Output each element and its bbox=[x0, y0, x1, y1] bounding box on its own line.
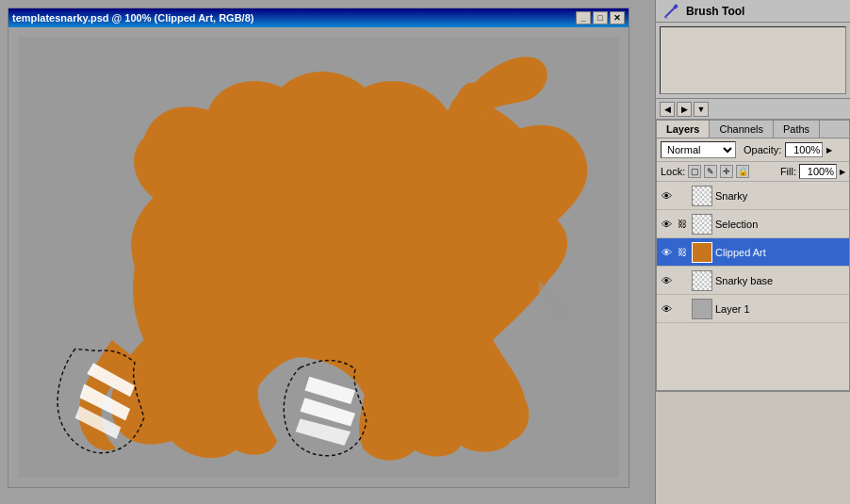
layer-name-snarky-base: Snarky base bbox=[715, 275, 846, 286]
layer-name-selection: Selection bbox=[715, 219, 846, 230]
layer-eye-snarky[interactable]: 👁 bbox=[660, 189, 673, 203]
opacity-input[interactable] bbox=[785, 142, 823, 157]
layer-thumb-snarky-base bbox=[692, 270, 712, 291]
canvas-content bbox=[18, 37, 619, 478]
layers-blend-row: Normal Multiply Screen Overlay Opacity: … bbox=[657, 138, 849, 162]
brush-tool-title: Brush Tool bbox=[686, 5, 744, 18]
layer-row-selection[interactable]: 👁 ⛓ Selection bbox=[657, 210, 849, 238]
layer-eye-snarky-base[interactable]: 👁 bbox=[660, 274, 673, 287]
layer-thumb-snarky bbox=[692, 186, 712, 206]
svg-line-1 bbox=[665, 8, 675, 17]
layer-row-layer1[interactable]: 👁 Layer 1 bbox=[657, 295, 849, 323]
brush-icon bbox=[662, 2, 680, 21]
layer-row-clipped-art[interactable]: 👁 ⛓ Clipped Art bbox=[657, 238, 849, 267]
panel-menu-button[interactable]: ▼ bbox=[694, 102, 709, 117]
tab-paths[interactable]: Paths bbox=[774, 121, 820, 138]
canvas-area: templatesnarky.psd @ 100% (Clipped Art, … bbox=[0, 0, 655, 504]
layer-link-layer1 bbox=[676, 302, 689, 316]
lock-pixel-button[interactable]: ▢ bbox=[688, 165, 701, 178]
layer-thumb-selection bbox=[692, 214, 712, 235]
layer-eye-layer1[interactable]: 👁 bbox=[660, 302, 673, 316]
minimize-button[interactable]: _ bbox=[576, 11, 591, 24]
lock-image-button[interactable]: ✎ bbox=[704, 165, 717, 178]
svg-line-3 bbox=[665, 17, 667, 19]
layer-row-snarky[interactable]: 👁 Snarky bbox=[657, 182, 849, 210]
right-panel: Brush Tool ◀ ▶ ▼ Layers Channels Paths N… bbox=[655, 0, 850, 504]
layer-link-snarky bbox=[676, 189, 689, 203]
fill-input[interactable] bbox=[799, 164, 837, 179]
panel-right-button[interactable]: ▶ bbox=[677, 102, 692, 117]
layer-name-snarky: Snarky bbox=[715, 190, 846, 202]
panel-controls-row: ◀ ▶ ▼ bbox=[656, 99, 850, 120]
fill-arrow[interactable]: ▶ bbox=[840, 168, 845, 176]
brush-preview-area bbox=[660, 26, 846, 94]
layer-name-layer1: Layer 1 bbox=[715, 303, 846, 315]
tab-channels[interactable]: Channels bbox=[710, 121, 773, 138]
blend-mode-select[interactable]: Normal Multiply Screen Overlay bbox=[661, 141, 736, 158]
lock-all-button[interactable]: 🔒 bbox=[736, 165, 749, 178]
lock-label: Lock: bbox=[661, 166, 685, 177]
layer-name-clipped-art: Clipped Art bbox=[715, 247, 846, 258]
layer-link-snarky-base bbox=[676, 274, 689, 287]
layers-tabs: Layers Channels Paths bbox=[657, 121, 849, 138]
ps-canvas-container[interactable] bbox=[8, 27, 629, 487]
close-button[interactable]: ✕ bbox=[610, 11, 625, 24]
ps-window-title: templatesnarky.psd @ 100% (Clipped Art, … bbox=[12, 12, 253, 24]
bottom-area bbox=[656, 391, 850, 504]
layer-eye-clipped-art[interactable]: 👁 bbox=[660, 246, 673, 259]
lock-position-button[interactable]: ✛ bbox=[720, 165, 733, 178]
layer-row-snarky-base[interactable]: 👁 Snarky base bbox=[657, 267, 849, 295]
maximize-button[interactable]: □ bbox=[593, 11, 608, 24]
layer-link-clipped-art[interactable]: ⛓ bbox=[676, 246, 689, 259]
layer-thumb-layer1 bbox=[692, 299, 712, 319]
layers-panel: Layers Channels Paths Normal Multiply Sc… bbox=[656, 120, 850, 391]
brush-tool-header: Brush Tool bbox=[656, 0, 850, 23]
layers-list: 👁 Snarky 👁 ⛓ Selection 👁 ⛓ Clipped Art bbox=[657, 182, 849, 390]
layer-link-selection[interactable]: ⛓ bbox=[676, 218, 689, 231]
tab-layers[interactable]: Layers bbox=[657, 121, 710, 138]
opacity-arrow[interactable]: ▶ bbox=[826, 146, 832, 154]
layer-eye-selection[interactable]: 👁 bbox=[660, 218, 673, 231]
opacity-label: Opacity: bbox=[744, 144, 781, 155]
fill-label: Fill: bbox=[780, 166, 796, 177]
layer-thumb-clipped-art bbox=[692, 242, 712, 263]
ps-titlebar-controls: _ □ ✕ bbox=[576, 11, 625, 24]
cat-silhouette-svg bbox=[18, 37, 619, 478]
panel-left-button[interactable]: ◀ bbox=[660, 102, 675, 117]
ps-titlebar: templatesnarky.psd @ 100% (Clipped Art, … bbox=[8, 8, 629, 27]
brush-tool-panel: Brush Tool bbox=[656, 0, 850, 99]
ps-window: templatesnarky.psd @ 100% (Clipped Art, … bbox=[8, 8, 629, 488]
lock-row: Lock: ▢ ✎ ✛ 🔒 Fill: ▶ bbox=[657, 162, 849, 182]
